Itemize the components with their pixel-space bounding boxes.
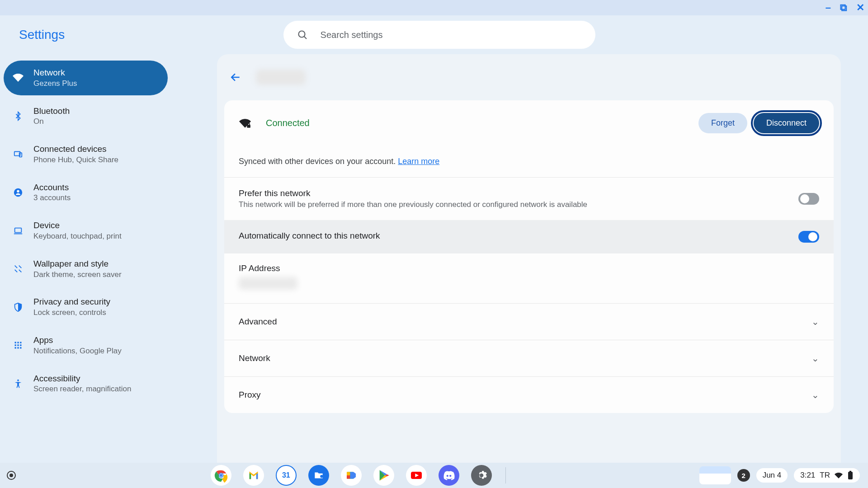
expand-label: Network	[239, 353, 270, 363]
connection-status: Connected	[266, 118, 310, 128]
settings-app-icon[interactable]	[471, 465, 492, 486]
meet-app-icon[interactable]	[341, 465, 362, 486]
shelf-status-area[interactable]: 2 Jun 4 3:21 TR	[699, 466, 864, 484]
files-app-icon[interactable]	[308, 465, 329, 486]
svg-line-1	[304, 37, 306, 39]
prefer-title: Prefer this network	[239, 188, 789, 198]
svg-point-0	[298, 31, 305, 38]
sidebar: Network Gezens Plus Bluetooth On Con	[0, 54, 172, 463]
sidebar-item-wallpaper[interactable]: Wallpaper and style Dark theme, screen s…	[4, 252, 168, 286]
ip-value-redacted	[239, 277, 297, 290]
window-close-icon[interactable]: ✕	[856, 3, 864, 13]
forget-button[interactable]: Forget	[698, 113, 747, 133]
search-bar[interactable]	[283, 21, 595, 49]
ip-address-row: IP Address	[224, 253, 834, 303]
sidebar-label: Bluetooth	[33, 105, 70, 117]
chevron-down-icon: ⌄	[811, 389, 819, 400]
date-pill[interactable]: Jun 4	[756, 468, 788, 483]
sidebar-label: Wallpaper and style	[33, 258, 122, 270]
search-icon	[297, 29, 308, 40]
wallpaper-icon	[13, 263, 24, 274]
sidebar-sub: Gezens Plus	[33, 79, 77, 89]
sidebar-sub: Screen reader, magnification	[33, 384, 131, 394]
status-row: Connected Forget Disconnect	[224, 100, 834, 146]
prefer-sub: This network will be preferred if more t…	[239, 200, 789, 209]
card-header	[217, 54, 841, 100]
sidebar-label: Privacy and security	[33, 296, 110, 308]
sidebar-sub: Notifications, Google Play	[33, 346, 122, 357]
svg-rect-28	[848, 472, 853, 479]
expand-network[interactable]: Network ⌄	[224, 340, 834, 376]
sidebar-item-connected-devices[interactable]: Connected devices Phone Hub, Quick Share	[4, 137, 168, 172]
chevron-down-icon: ⌄	[811, 316, 819, 327]
bluetooth-icon	[13, 111, 24, 122]
shelf-separator	[505, 467, 506, 483]
expand-label: Proxy	[239, 390, 261, 400]
expand-proxy[interactable]: Proxy ⌄	[224, 377, 834, 413]
prefer-network-row[interactable]: Prefer this network This network will be…	[224, 178, 834, 220]
svg-rect-9	[17, 342, 19, 343]
auto-connect-row[interactable]: Automatically connect to this network	[224, 220, 834, 253]
launcher-icon	[7, 471, 16, 480]
youtube-app-icon[interactable]	[406, 465, 427, 486]
sidebar-item-accounts[interactable]: Accounts 3 accounts	[4, 175, 168, 210]
sidebar-sub: Dark theme, screen saver	[33, 270, 122, 280]
search-input[interactable]	[321, 30, 582, 40]
calendar-app-icon[interactable]: 31	[276, 465, 297, 486]
svg-rect-8	[15, 342, 16, 343]
time-text: 3:21	[800, 471, 815, 480]
laptop-icon	[13, 225, 24, 236]
status-tray[interactable]: 3:21 TR	[794, 468, 860, 483]
svg-rect-10	[20, 342, 21, 343]
auto-title: Automatically connect to this network	[239, 231, 789, 241]
disconnect-button[interactable]: Disconnect	[754, 113, 819, 133]
sidebar-item-bluetooth[interactable]: Bluetooth On	[4, 99, 168, 134]
ip-label: IP Address	[239, 263, 819, 273]
holding-space-thumb[interactable]	[699, 466, 731, 484]
shelf-apps: 31	[19, 465, 699, 486]
shield-icon	[13, 302, 24, 313]
expand-label: Advanced	[239, 317, 277, 327]
accessibility-icon	[13, 378, 24, 389]
sidebar-label: Network	[33, 67, 77, 79]
chevron-down-icon: ⌄	[811, 353, 819, 364]
sidebar-sub: On	[33, 117, 70, 127]
sidebar-label: Accessibility	[33, 373, 131, 385]
launcher-button[interactable]	[4, 471, 19, 480]
window-titlebar: – ⧉ ✕	[0, 0, 868, 15]
prefer-toggle[interactable]	[798, 193, 819, 205]
discord-app-icon[interactable]	[439, 465, 459, 486]
accounts-icon	[13, 187, 24, 198]
back-arrow-icon[interactable]	[226, 68, 245, 87]
sidebar-label: Accounts	[33, 182, 71, 193]
svg-point-17	[17, 380, 19, 381]
svg-rect-12	[17, 345, 19, 346]
detail-panel: Connected Forget Disconnect Synced with …	[224, 100, 834, 413]
sidebar-item-accessibility[interactable]: Accessibility Screen reader, magnificati…	[4, 366, 168, 401]
sidebar-item-network[interactable]: Network Gezens Plus	[4, 61, 168, 95]
expand-advanced[interactable]: Advanced ⌄	[224, 304, 834, 340]
learn-more-link[interactable]: Learn more	[398, 157, 439, 166]
notification-count-badge[interactable]: 2	[737, 469, 750, 482]
sidebar-item-device[interactable]: Device Keyboard, touchpad, print	[4, 213, 168, 248]
svg-rect-20	[248, 123, 250, 125]
chrome-app-icon[interactable]	[211, 465, 231, 486]
play-store-app-icon[interactable]	[373, 465, 394, 486]
battery-status-icon	[847, 471, 854, 480]
sidebar-label: Device	[33, 220, 122, 231]
apps-grid-icon	[13, 340, 24, 351]
window-minimize-icon[interactable]: –	[826, 3, 831, 13]
wifi-icon	[13, 72, 24, 83]
svg-rect-6	[15, 228, 22, 232]
shelf: 31 2 Jun 4 3:21 TR	[0, 463, 868, 488]
sidebar-item-apps[interactable]: Apps Notifications, Google Play	[4, 328, 168, 363]
sidebar-item-privacy[interactable]: Privacy and security Lock screen, contro…	[4, 290, 168, 324]
svg-rect-14	[15, 347, 16, 348]
app-title: Settings	[14, 28, 65, 42]
window-restore-icon[interactable]: ⧉	[840, 3, 847, 13]
svg-rect-13	[20, 345, 21, 346]
auto-toggle[interactable]	[798, 231, 819, 243]
devices-icon	[13, 149, 24, 160]
wifi-status-icon	[835, 471, 843, 479]
gmail-app-icon[interactable]	[243, 465, 264, 486]
